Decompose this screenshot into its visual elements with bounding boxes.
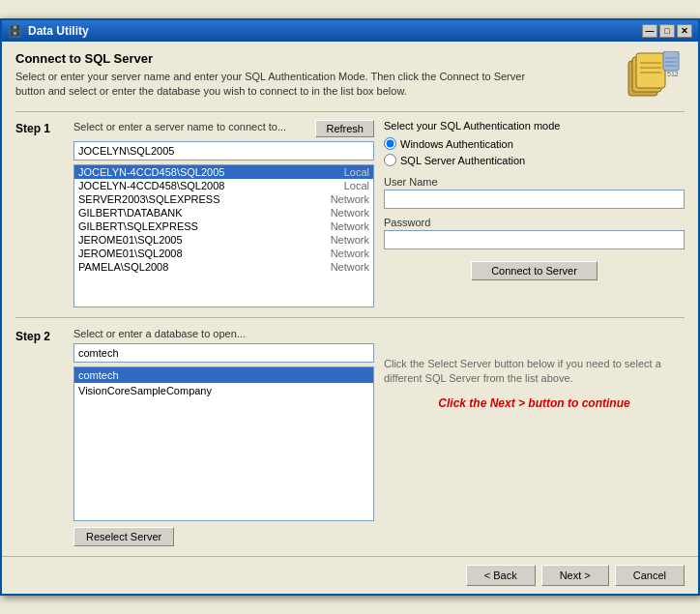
list-item[interactable]: comtech [74,367,373,383]
next-hint-bold: Next > button [490,396,565,410]
step2-description: Select or enter a database to open... [73,328,374,339]
server-name: GILBERT\DATABANK [78,207,183,219]
step2-section: Step 2 Select or enter a database to ope… [15,317,685,546]
server-name: JOCELYN-4CCD458\SQL2005 [78,166,224,178]
bottom-bar: < Back Next > Cancel [2,556,698,594]
db-name: comtech [78,369,119,381]
step2-row: Step 2 Select or enter a database to ope… [15,328,685,546]
list-item[interactable]: GILBERT\DATABANK Network [74,206,373,219]
header-icon: 512 [627,51,685,102]
step1-row: Step 1 Select or enter a server name to … [15,120,685,307]
server-name: GILBERT\SQLEXPRESS [78,220,198,232]
database-list[interactable]: comtech VisionCoreSampleCompany [73,366,374,521]
main-window: 🗄️ Data Utility — □ ✕ Connect to SQL Ser… [0,18,700,596]
server-name: JEROME01\SQL2005 [78,234,183,246]
step1-left: Select or enter a server name to connect… [73,120,374,307]
server-type: Local [344,180,369,191]
content-area: Connect to SQL Server Select or enter yo… [2,42,698,556]
next-button[interactable]: Next > [541,565,609,586]
server-type: Local [344,166,369,178]
server-list[interactable]: JOCELYN-4CCD458\SQL2005 Local JOCELYN-4C… [73,164,374,307]
list-item[interactable]: SERVER2003\SQLEXPRESS Network [74,192,373,206]
refresh-button[interactable]: Refresh [315,120,374,137]
step2-right: Click the Select Server button below if … [384,328,685,546]
window-title: Data Utility [28,24,89,38]
reselect-server-button[interactable]: Reselect Server [73,527,174,546]
server-name: JOCELYN-4CCD458\SQL2008 [78,180,224,191]
windows-auth-option[interactable]: Windows Authentication [384,137,685,150]
list-item[interactable]: JOCELYN-4CCD458\SQL2008 Local [74,179,373,192]
back-button[interactable]: < Back [466,565,536,586]
database-name-input[interactable] [73,343,374,363]
svg-rect-6 [663,51,679,71]
sql-auth-radio[interactable] [384,154,396,166]
server-type: Network [331,207,369,219]
server-name: JEROME01\SQL2008 [78,248,183,259]
maximize-button[interactable]: □ [659,24,675,38]
sql-auth-label: SQL Server Authentication [400,155,525,166]
svg-text:512: 512 [667,71,679,77]
server-type: Network [331,220,369,232]
auth-title: Select your SQL Authentication mode [384,120,685,132]
auth-radio-group: Windows Authentication SQL Server Authen… [384,137,685,166]
step2-left: Select or enter a database to open... co… [73,328,374,546]
window-icon: 🗄️ [8,24,22,38]
step2-label: Step 2 [15,328,64,546]
list-item[interactable]: JOCELYN-4CCD458\SQL2005 Local [74,165,373,179]
windows-auth-label: Windows Authentication [400,138,513,150]
page-title: Connect to SQL Server [15,51,557,66]
list-item[interactable]: VisionCoreSampleCompany [74,383,373,398]
server-name-input[interactable] [73,141,374,161]
step1-right: Select your SQL Authentication mode Wind… [384,120,685,307]
sql-auth-option[interactable]: SQL Server Authentication [384,154,685,166]
title-bar: 🗄️ Data Utility — □ ✕ [2,20,698,42]
next-hint-text: Click the Next > button to continue [384,396,685,410]
password-label: Password [384,217,685,228]
cancel-button[interactable]: Cancel [615,565,685,586]
title-controls: — □ ✕ [642,24,692,38]
step1-label: Step 1 [15,120,64,307]
next-hint-suffix: to continue [565,396,630,410]
username-input[interactable] [384,190,685,209]
page-description: Select or enter your server name and ent… [15,70,557,100]
server-type: Network [331,248,369,259]
server-type: Network [331,193,369,205]
server-type: Network [331,261,369,273]
step1-description: Select or enter a server name to connect… [73,121,286,132]
minimize-button[interactable]: — [642,24,657,38]
list-item[interactable]: JEROME01\SQL2005 Network [74,233,373,247]
server-type: Network [331,234,369,246]
db-name: VisionCoreSampleCompany [78,385,212,396]
server-name: PAMELA\SQL2008 [78,261,168,273]
list-item[interactable]: JEROME01\SQL2008 Network [74,247,373,260]
close-button[interactable]: ✕ [677,24,692,38]
header-section: Connect to SQL Server Select or enter yo… [15,51,685,102]
password-input[interactable] [384,230,685,249]
windows-auth-radio[interactable] [384,137,396,150]
list-item[interactable]: GILBERT\SQLEXPRESS Network [74,219,373,233]
step2-hint: Click the Select Server button below if … [384,357,685,387]
connect-to-server-button[interactable]: Connect to Server [471,261,598,280]
list-item[interactable]: PAMELA\SQL2008 Network [74,260,373,274]
username-label: User Name [384,176,685,188]
next-hint-prefix: Click the [438,396,489,410]
server-name: SERVER2003\SQLEXPRESS [78,193,220,205]
svg-rect-2 [636,53,665,88]
header-divider [15,111,685,112]
database-icon: 512 [627,51,681,98]
